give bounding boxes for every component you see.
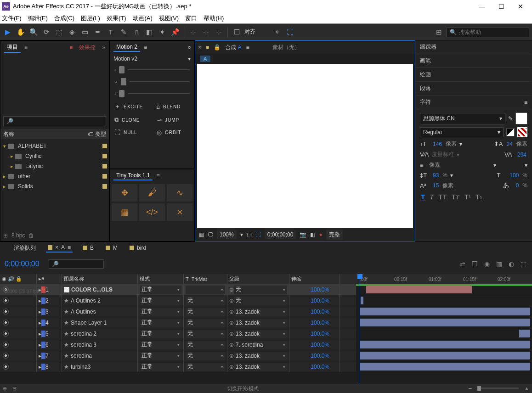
crop-icon[interactable]: ⬚ bbox=[247, 231, 252, 238]
project-search[interactable]: 🔎 bbox=[3, 116, 106, 126]
timeline-search[interactable]: 🔎 bbox=[49, 259, 104, 269]
font-family-select[interactable]: 思源黑体 CN▾ bbox=[420, 113, 505, 124]
hand-tool-icon[interactable]: ✋ bbox=[16, 27, 26, 37]
tree-item[interactable]: ▸Latynic bbox=[0, 161, 109, 171]
resolution-value[interactable]: 完整 bbox=[326, 230, 343, 240]
subscript-button[interactable]: T₁ bbox=[475, 193, 483, 201]
blend-button[interactable]: ⩍BLEND bbox=[152, 100, 194, 113]
timeline-tab[interactable]: × A ≡ bbox=[46, 243, 73, 253]
menu-帮助(H)[interactable]: 帮助(H) bbox=[204, 14, 224, 22]
stamp-tool-icon[interactable]: ⎍ bbox=[131, 27, 141, 37]
leading-value[interactable]: 24 bbox=[506, 141, 514, 147]
hamburger-icon[interactable]: ≡ bbox=[144, 44, 147, 51]
timeline-tab[interactable]: B bbox=[81, 244, 96, 252]
track-row[interactable] bbox=[356, 361, 532, 372]
time-ruler[interactable]: :00f00:15f01:00f01:15f02:00f bbox=[356, 274, 532, 284]
toggle-shy-icon[interactable]: ⊕ bbox=[3, 386, 7, 392]
bpc-button[interactable]: 8 bpc bbox=[11, 232, 25, 239]
tree-item[interactable]: ▸Solids bbox=[0, 181, 109, 191]
tree-item[interactable]: ▸other bbox=[0, 171, 109, 181]
tree-item[interactable]: ▾ALPHABET bbox=[0, 141, 109, 151]
vscale-value[interactable]: 93 bbox=[432, 172, 440, 179]
trash-icon[interactable]: 🗑 bbox=[28, 232, 34, 239]
layer-row[interactable]: ▸ 3 ★A Outlines 正常▾ 无▾ ⊚ 13. zadok▾ 100.… bbox=[0, 306, 356, 317]
roi-icon[interactable]: ⛶ bbox=[255, 231, 261, 238]
expand-icon[interactable]: » bbox=[102, 44, 105, 51]
monitor-icon[interactable]: 🖵 bbox=[208, 231, 213, 238]
snap-checkbox-icon[interactable]: ☐ bbox=[232, 27, 242, 37]
track-row[interactable] bbox=[356, 295, 532, 306]
zoom-tool-icon[interactable]: 🔍 bbox=[28, 27, 39, 37]
colormgmt-icon[interactable]: ● bbox=[319, 231, 322, 238]
jump-button[interactable]: ⤻JUMP bbox=[152, 113, 194, 126]
axis-local-icon[interactable]: ⊹ bbox=[188, 27, 198, 37]
slider-3[interactable]: › bbox=[110, 88, 194, 100]
slider-1[interactable]: ‹ bbox=[110, 64, 194, 76]
help-search[interactable]: 🔍 bbox=[447, 27, 529, 37]
font-weight-select[interactable]: Regular▾ bbox=[420, 127, 504, 137]
tab-effects[interactable]: 效果控 bbox=[76, 43, 98, 52]
expand-icon[interactable]: » bbox=[187, 44, 191, 51]
tiny-code-icon[interactable]: </> bbox=[139, 203, 165, 221]
kerning-value[interactable]: 度量标准 bbox=[432, 151, 454, 158]
italic-button[interactable]: T bbox=[429, 193, 435, 201]
stroke-swatch[interactable] bbox=[517, 127, 527, 137]
3d-icon[interactable]: ❒ bbox=[472, 260, 478, 268]
project-tree[interactable]: ▾ALPHABET▸Cyrillic▸Latynic▸other▸Solids bbox=[0, 139, 109, 230]
lock-col-icon[interactable]: 🔒 bbox=[16, 276, 22, 282]
axis-world-icon[interactable]: ⊹ bbox=[201, 27, 211, 37]
fontsize-value[interactable]: 146 bbox=[432, 141, 443, 147]
zoom-out-icon[interactable]: ━ bbox=[469, 386, 472, 392]
tag-icon[interactable]: 🏷 bbox=[88, 131, 93, 137]
eye-col-icon[interactable]: ◉ bbox=[2, 276, 6, 282]
rect-tool-icon[interactable]: ▭ bbox=[80, 27, 90, 37]
track-row[interactable] bbox=[356, 328, 532, 339]
minimize-button[interactable]: — bbox=[472, 3, 492, 10]
interpret-icon[interactable]: ⊞ bbox=[3, 232, 8, 239]
tiny-rect-icon[interactable]: ▦ bbox=[112, 203, 137, 221]
pen-tool-icon[interactable]: ✒ bbox=[93, 27, 103, 37]
fill-swatch[interactable] bbox=[515, 112, 527, 124]
hamburger-icon[interactable]: ≡ bbox=[156, 173, 159, 179]
crop-icon[interactable]: ⛶ bbox=[285, 27, 295, 37]
layer-row[interactable]: ▸ 2 ★A Outlines 2 正常▾ 无▾ ⊚ 无▾ 100.0% bbox=[0, 295, 356, 306]
track-row[interactable] bbox=[356, 284, 532, 295]
hscale-value[interactable]: 100 bbox=[509, 172, 520, 179]
col-type[interactable]: 类型 bbox=[95, 130, 106, 138]
menu-效果(T)[interactable]: 效果(T) bbox=[107, 14, 126, 22]
tab-motion[interactable]: Motion 2 bbox=[113, 43, 140, 52]
tiny-eyedrop-icon[interactable]: ✥ bbox=[112, 184, 137, 202]
material-tab[interactable]: 素材（无） bbox=[272, 44, 300, 51]
zoom-value[interactable]: 100% bbox=[217, 230, 237, 239]
null-button[interactable]: ⛶NULL bbox=[110, 126, 152, 139]
rotate-tool-icon[interactable]: ⟳ bbox=[41, 27, 51, 37]
selection-tool-icon[interactable]: ▶ bbox=[3, 27, 13, 37]
wand-icon[interactable]: ✧ bbox=[272, 27, 282, 37]
chevron-down-icon[interactable]: ▾ bbox=[188, 56, 191, 62]
superscript-button[interactable]: T¹ bbox=[464, 193, 472, 201]
track-row[interactable] bbox=[356, 317, 532, 328]
layer-row[interactable]: ▸ 5 ★seredina 2 正常▾ 无▾ ⊚ 13. zadok▾ 100.… bbox=[0, 328, 356, 339]
strokewidth-value[interactable]: - 像素 bbox=[426, 161, 440, 169]
panel-character[interactable]: 字符≡ bbox=[416, 95, 531, 109]
timeline-tab[interactable]: M bbox=[104, 244, 119, 252]
menu-文件(F)[interactable]: 文件(F) bbox=[2, 14, 22, 22]
current-time[interactable]: 0;00;00;00 bbox=[0, 260, 44, 268]
playhead[interactable] bbox=[360, 274, 360, 384]
zoom-in-icon[interactable]: ▲ bbox=[524, 386, 529, 391]
axis-view-icon[interactable]: ⊹ bbox=[214, 27, 224, 37]
help-search-input[interactable] bbox=[459, 29, 526, 35]
tab-project[interactable]: 项目 bbox=[4, 42, 21, 53]
tsume-value[interactable]: 0 bbox=[515, 182, 520, 189]
track-row[interactable] bbox=[356, 339, 532, 350]
layer-row[interactable]: ▸ 7 ★seredina 正常▾ 无▾ ⊚ 13. zadok▾ 100.0% bbox=[0, 350, 356, 361]
tiny-brush-icon[interactable]: 🖌 bbox=[139, 184, 165, 202]
clone-button[interactable]: ⧉CLONE bbox=[110, 113, 152, 126]
frameblend-icon[interactable]: ▥ bbox=[496, 260, 502, 268]
breadcrumb-item[interactable]: A bbox=[200, 56, 210, 62]
channel-icon[interactable]: ◧ bbox=[310, 231, 315, 238]
comp-viewer[interactable] bbox=[197, 64, 413, 228]
anchor-tool-icon[interactable]: ◈ bbox=[67, 27, 77, 37]
hamburger-icon[interactable]: ≡ bbox=[246, 44, 249, 51]
audio-col-icon[interactable]: 🔊 bbox=[8, 276, 14, 282]
